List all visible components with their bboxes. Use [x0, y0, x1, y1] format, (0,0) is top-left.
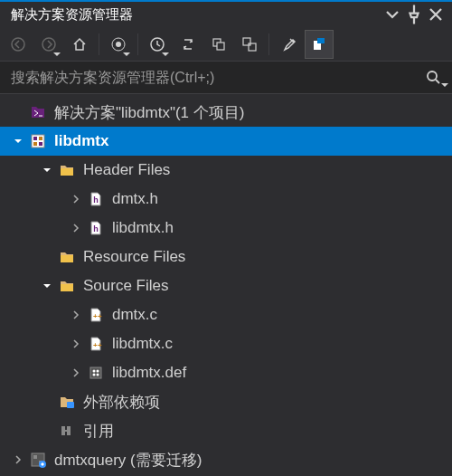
svg-rect-10 [317, 38, 325, 43]
search-bar [0, 62, 452, 94]
search-input[interactable] [0, 70, 416, 86]
expand-arrow[interactable] [69, 337, 83, 351]
tree-label: 解决方案"libdmtx"(1 个项目) [54, 102, 244, 123]
tree-label: libdmtx [54, 132, 108, 150]
tree-label: 引用 [83, 421, 114, 442]
folder-icon [58, 277, 76, 295]
folder-icon [58, 161, 76, 179]
tree-label: Source Files [83, 277, 168, 295]
svg-text:+: + [98, 341, 102, 349]
pin-icon[interactable] [403, 4, 425, 25]
svg-rect-9 [314, 41, 321, 50]
scope-button[interactable] [104, 30, 133, 59]
preview-button[interactable] [305, 30, 334, 59]
references[interactable]: 引用 [0, 416, 452, 445]
svg-point-2 [112, 38, 125, 51]
svg-rect-33 [39, 461, 42, 464]
collapse-button[interactable] [204, 30, 233, 59]
folder-resource-files[interactable]: Resource Files [0, 243, 452, 271]
tree-label: dmtx.c [112, 306, 157, 324]
svg-rect-16 [39, 142, 42, 146]
file-libdmtx-h[interactable]: hlibdmtx.h [0, 214, 452, 243]
expand-arrow[interactable] [40, 279, 54, 293]
expand-arrow[interactable] [69, 192, 83, 206]
svg-rect-32 [33, 455, 37, 459]
file-dmtx-h[interactable]: hdmtx.h [0, 185, 452, 214]
hfile-icon: h [87, 190, 105, 208]
svg-rect-14 [39, 137, 42, 140]
expand-arrow[interactable] [40, 163, 54, 177]
cfile-icon: ++ [87, 306, 105, 324]
dropdown-icon[interactable] [381, 4, 403, 25]
svg-point-24 [93, 370, 96, 373]
ext-icon [58, 393, 76, 411]
titlebar: 解决方案资源管理器 [0, 0, 452, 27]
svg-rect-29 [61, 426, 65, 435]
folder-source-files[interactable]: Source Files [0, 271, 452, 300]
expand-arrow[interactable] [11, 134, 25, 148]
svg-point-27 [97, 374, 99, 376]
solution-icon [29, 103, 47, 121]
tree-label: dmtxquery (需要迁移) [54, 450, 202, 471]
home-button[interactable] [65, 30, 94, 59]
toolbar [0, 27, 452, 62]
svg-point-4 [151, 38, 164, 51]
project-dmtxquery[interactable]: dmtxquery (需要迁移) [0, 445, 452, 474]
back-button[interactable] [4, 30, 33, 59]
svg-point-1 [42, 38, 55, 51]
svg-text:h: h [93, 224, 99, 233]
svg-point-3 [116, 42, 121, 47]
svg-text:+: + [98, 312, 102, 320]
tree-label: Header Files [83, 161, 170, 179]
expand-arrow[interactable] [69, 221, 83, 235]
solution-tree[interactable]: 解决方案"libdmtx"(1 个项目)libdmtxHeader Filesh… [0, 94, 452, 476]
properties-button[interactable] [274, 30, 303, 59]
svg-rect-5 [213, 39, 221, 46]
cfile-icon: ++ [87, 335, 105, 353]
sync-button[interactable] [174, 30, 202, 59]
expand-arrow[interactable] [11, 452, 25, 467]
svg-point-11 [428, 71, 437, 81]
expand-arrow[interactable] [40, 250, 54, 264]
search-button[interactable] [416, 62, 452, 93]
history-button[interactable] [143, 30, 172, 59]
svg-rect-6 [217, 43, 224, 50]
separator [137, 33, 138, 55]
separator [268, 33, 269, 55]
file-libdmtx-def[interactable]: libdmtx.def [0, 358, 452, 387]
separator [99, 33, 99, 55]
svg-rect-30 [67, 426, 71, 435]
tree-label: libdmtx.def [112, 364, 186, 382]
svg-rect-13 [33, 137, 37, 140]
project-node[interactable]: libdmtx [0, 127, 452, 156]
project2-icon [29, 451, 47, 469]
svg-point-0 [12, 38, 24, 51]
hfile-icon: h [87, 219, 105, 237]
svg-rect-23 [90, 367, 101, 378]
solution-node[interactable]: 解决方案"libdmtx"(1 个项目) [0, 98, 452, 127]
svg-point-25 [97, 370, 99, 373]
folder-icon [58, 248, 76, 266]
svg-text:h: h [93, 195, 99, 205]
show-all-button[interactable] [235, 30, 264, 59]
expand-arrow[interactable] [11, 105, 25, 119]
tree-label: 外部依赖项 [83, 392, 160, 413]
def-icon [87, 364, 105, 382]
svg-rect-31 [32, 453, 44, 466]
expand-arrow[interactable] [69, 366, 83, 380]
project-icon [29, 132, 47, 150]
tree-label: libdmtx.h [112, 219, 174, 237]
expand-arrow[interactable] [69, 308, 83, 322]
ref-icon [58, 422, 76, 440]
close-icon[interactable] [425, 4, 447, 25]
file-dmtx-c[interactable]: ++dmtx.c [0, 300, 452, 329]
svg-rect-12 [32, 135, 44, 148]
svg-point-34 [39, 461, 46, 468]
svg-rect-28 [67, 402, 74, 408]
expand-arrow[interactable] [40, 424, 54, 438]
folder-header-files[interactable]: Header Files [0, 156, 452, 185]
file-libdmtx-c[interactable]: ++libdmtx.c [0, 329, 452, 358]
forward-button[interactable] [34, 30, 63, 59]
expand-arrow[interactable] [40, 395, 54, 409]
external-dependencies[interactable]: 外部依赖项 [0, 387, 452, 416]
